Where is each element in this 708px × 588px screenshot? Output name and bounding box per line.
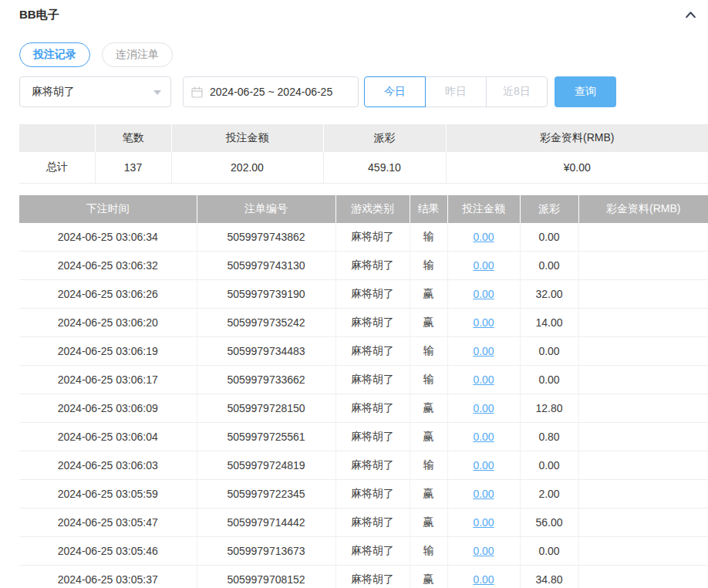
- bet-amount-cell: 0.00: [447, 309, 520, 337]
- game-type-cell: 麻将胡了: [335, 451, 410, 480]
- bet-amount-link[interactable]: 0.00: [473, 316, 494, 329]
- bet-amount-cell: 0.00: [447, 337, 520, 366]
- order-id-cell: 5059979733662: [197, 366, 335, 394]
- bet-amount-link[interactable]: 0.00: [473, 516, 494, 529]
- summary-column-header: 投注金额: [171, 124, 323, 152]
- bet-amount-link[interactable]: 0.00: [473, 345, 494, 357]
- bet-amount-cell: 0.00: [447, 451, 520, 480]
- bet-amount-cell: 0.00: [447, 366, 520, 394]
- game-type-cell: 麻将胡了: [335, 309, 410, 337]
- jackpot-cell: [578, 252, 708, 280]
- last-8-days-button[interactable]: 近8日: [486, 76, 548, 107]
- bet-amount-link[interactable]: 0.00: [473, 259, 494, 272]
- date-range-value: 2024-06-25 ~ 2024-06-25: [210, 86, 332, 98]
- bet-column-header: 结果: [410, 195, 447, 223]
- result-cell: 赢: [410, 309, 447, 337]
- game-type-cell: 麻将胡了: [335, 223, 410, 252]
- bet-amount-cell: 0.00: [447, 480, 520, 509]
- chevron-up-icon: [684, 12, 697, 24]
- bet-amount-cell: 0.00: [447, 280, 520, 309]
- order-id-cell: 5059979708152: [197, 566, 335, 588]
- total-count-cell: 137: [95, 152, 171, 183]
- game-type-cell: 麻将胡了: [335, 509, 410, 537]
- panel-header: BB电子: [0, 0, 708, 22]
- payout-cell: 2.00: [520, 480, 578, 509]
- table-row: 2024-06-25 03:05:475059979714442麻将胡了赢0.0…: [19, 509, 708, 537]
- bet-amount-link[interactable]: 0.00: [473, 459, 494, 471]
- tab-cancelled-orders[interactable]: 连消注单: [102, 42, 173, 67]
- bet-column-header: 彩金资料(RMB): [578, 195, 708, 223]
- game-type-cell: 麻将胡了: [335, 366, 410, 394]
- game-select[interactable]: 麻将胡了: [19, 76, 171, 107]
- bet-table-header-row: 下注时间注单编号游戏类别结果投注金额派彩彩金资料(RMB): [19, 195, 708, 223]
- bet-amount-cell: 0.00: [447, 566, 520, 588]
- table-row: 2024-06-25 03:06:325059979743130麻将胡了输0.0…: [19, 252, 708, 280]
- payout-cell: 12.80: [520, 394, 578, 423]
- bet-amount-link[interactable]: 0.00: [473, 431, 494, 443]
- calendar-icon: [191, 86, 203, 98]
- game-type-cell: 麻将胡了: [335, 480, 410, 509]
- bet-amount-cell: 0.00: [447, 394, 520, 423]
- bet-amount-link[interactable]: 0.00: [473, 288, 494, 300]
- summary-total-row: 总计137202.00459.10¥0.00: [19, 152, 708, 183]
- order-id-cell: 5059979713673: [197, 537, 335, 566]
- collapse-button[interactable]: [684, 8, 697, 22]
- jackpot-cell: [578, 280, 708, 309]
- bet-time-cell: 2024-06-25 03:06:34: [19, 223, 197, 252]
- bet-table: 下注时间注单编号游戏类别结果投注金额派彩彩金资料(RMB) 2024-06-25…: [19, 195, 708, 588]
- bet-amount-cell: 0.00: [447, 509, 520, 537]
- date-range-picker[interactable]: 2024-06-25 ~ 2024-06-25: [183, 76, 359, 107]
- bet-column-header: 注单编号: [197, 195, 335, 223]
- bet-time-cell: 2024-06-25 03:06:09: [19, 394, 197, 423]
- game-type-cell: 麻将胡了: [335, 566, 410, 588]
- result-cell: 赢: [410, 480, 447, 509]
- bet-amount-link[interactable]: 0.00: [473, 488, 494, 500]
- order-id-cell: 5059979728150: [197, 394, 335, 423]
- table-row: 2024-06-25 03:06:095059979728150麻将胡了赢0.0…: [19, 394, 708, 423]
- total-payout-cell: 459.10: [323, 152, 446, 183]
- table-row: 2024-06-25 03:05:465059979713673麻将胡了输0.0…: [19, 537, 708, 566]
- bet-amount-link[interactable]: 0.00: [473, 402, 494, 414]
- total-bet-amount-cell: 202.00: [171, 152, 323, 183]
- page-title: BB电子: [19, 8, 59, 22]
- jackpot-cell: [578, 223, 708, 252]
- bet-amount-link[interactable]: 0.00: [473, 231, 494, 243]
- yesterday-button[interactable]: 昨日: [425, 76, 487, 107]
- jackpot-cell: [578, 394, 708, 423]
- jackpot-cell: [578, 509, 708, 537]
- result-cell: 输: [410, 252, 447, 280]
- result-cell: 输: [410, 537, 447, 566]
- total-jackpot-cell: ¥0.00: [446, 152, 708, 183]
- bet-amount-link[interactable]: 0.00: [473, 373, 494, 386]
- game-type-cell: 麻将胡了: [335, 337, 410, 366]
- summary-column-header: 笔数: [95, 124, 171, 152]
- tab-bet-records[interactable]: 投注记录: [19, 42, 90, 67]
- search-button[interactable]: 查询: [555, 76, 616, 107]
- payout-cell: 34.80: [520, 566, 578, 588]
- bet-time-cell: 2024-06-25 03:05:46: [19, 537, 197, 566]
- bet-amount-link[interactable]: 0.00: [473, 545, 494, 557]
- payout-cell: 56.00: [520, 509, 578, 537]
- result-cell: 赢: [410, 280, 447, 309]
- jackpot-cell: [578, 566, 708, 588]
- payout-cell: 0.80: [520, 423, 578, 451]
- jackpot-cell: [578, 337, 708, 366]
- today-button[interactable]: 今日: [364, 76, 426, 107]
- bet-time-cell: 2024-06-25 03:06:26: [19, 280, 197, 309]
- filter-bar: 麻将胡了 2024-06-25 ~ 2024-06-25 今日 昨日 近8日 查…: [19, 76, 708, 107]
- jackpot-cell: [578, 480, 708, 509]
- table-row: 2024-06-25 03:06:345059979743862麻将胡了输0.0…: [19, 223, 708, 252]
- bet-time-cell: 2024-06-25 03:05:47: [19, 509, 197, 537]
- order-id-cell: 5059979725561: [197, 423, 335, 451]
- order-id-cell: 5059979722345: [197, 480, 335, 509]
- summary-table: 笔数投注金额派彩彩金资料(RMB) 总计137202.00459.10¥0.00: [19, 124, 708, 184]
- order-id-cell: 5059979735242: [197, 309, 335, 337]
- game-select-value: 麻将胡了: [32, 85, 75, 99]
- bet-amount-link[interactable]: 0.00: [473, 573, 494, 586]
- payout-cell: 0.00: [520, 451, 578, 480]
- result-cell: 赢: [410, 509, 447, 537]
- order-id-cell: 5059979743130: [197, 252, 335, 280]
- table-row: 2024-06-25 03:05:375059979708152麻将胡了赢0.0…: [19, 566, 708, 588]
- game-type-cell: 麻将胡了: [335, 252, 410, 280]
- order-id-cell: 5059979743862: [197, 223, 335, 252]
